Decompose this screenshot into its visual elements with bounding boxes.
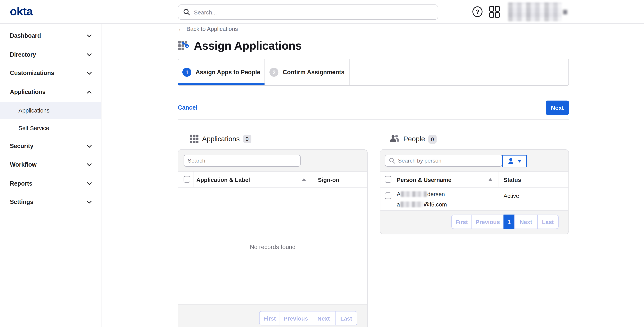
chevron-up-icon	[86, 89, 92, 95]
sidebar-nav: Dashboard Directory Customizations Appli…	[0, 24, 102, 327]
people-page-next[interactable]: Next	[514, 215, 538, 229]
person-username: a@f5.com	[397, 201, 447, 208]
applications-table-header: Application & Label Sign-on	[178, 172, 367, 188]
app-switcher-icon[interactable]	[489, 6, 500, 17]
step-1-badge: 1	[182, 68, 192, 77]
applications-section-header: Applications 0	[190, 135, 251, 143]
redacted-name	[401, 191, 427, 197]
sidebar-subitem-applications[interactable]: Applications	[0, 102, 101, 119]
top-bar: okta ?	[0, 0, 644, 24]
column-person-username[interactable]: Person & Username	[397, 176, 452, 183]
sidebar-item-dashboard[interactable]: Dashboard	[0, 27, 101, 44]
person-icon	[507, 158, 514, 164]
applications-section-label: Applications	[202, 135, 240, 143]
applications-pagination: First Previous Next Last	[259, 311, 358, 326]
divider	[178, 119, 569, 120]
back-arrow-icon: ←	[178, 25, 184, 32]
user-menu[interactable]	[508, 2, 562, 21]
sort-asc-icon	[488, 178, 492, 181]
sidebar-item-security[interactable]: Security	[0, 137, 101, 155]
assign-applications-icon	[178, 40, 190, 52]
chevron-down-icon	[86, 162, 92, 168]
person-name: Adersen	[397, 191, 445, 198]
applications-panel-footer: First Previous Next Last	[178, 304, 367, 327]
chevron-down-icon	[86, 70, 92, 76]
people-section-label: People	[403, 135, 425, 143]
caret-down-icon	[517, 160, 522, 162]
person-status: Active	[504, 192, 519, 199]
people-icon	[390, 135, 400, 144]
people-search-area	[380, 150, 568, 172]
okta-admin-console: okta ? Dashboa	[0, 0, 644, 327]
next-button[interactable]: Next	[546, 101, 569, 115]
wizard-steps: 1 Assign Apps to People 2 Confirm Assign…	[178, 59, 569, 86]
global-search	[178, 4, 438, 20]
person-row: Adersen a@f5.com Active	[380, 188, 568, 211]
applications-count-badge: 0	[243, 135, 251, 143]
people-search-box	[385, 155, 502, 167]
person-row-checkbox[interactable]	[385, 192, 392, 199]
okta-logo[interactable]: okta	[10, 5, 33, 18]
help-icon[interactable]: ?	[472, 6, 483, 17]
cancel-link[interactable]: Cancel	[178, 104, 198, 111]
applications-page-last[interactable]: Last	[335, 311, 357, 326]
search-icon	[183, 8, 190, 16]
sidebar-item-applications[interactable]: Applications	[0, 83, 101, 100]
sidebar-item-directory[interactable]: Directory	[0, 46, 101, 63]
redacted-email	[400, 201, 424, 207]
select-all-people-checkbox[interactable]	[385, 176, 392, 183]
people-pagination: First Previous 1 Next Last	[452, 215, 558, 229]
back-to-applications-link[interactable]: ← Back to Applications	[178, 25, 238, 32]
page-title: Assign Applications	[194, 39, 302, 52]
people-page-last[interactable]: Last	[537, 215, 558, 229]
chevron-down-icon	[86, 181, 92, 187]
sidebar-item-settings[interactable]: Settings	[0, 193, 101, 210]
sidebar-subitem-self-service[interactable]: Self Service	[0, 119, 101, 137]
tab-assign-apps-to-people[interactable]: 1 Assign Apps to People	[178, 59, 265, 85]
no-records-text: No records found	[178, 244, 367, 250]
column-sign-on[interactable]: Sign-on	[318, 176, 339, 183]
applications-grid-icon	[190, 135, 199, 143]
people-page-first[interactable]: First	[452, 215, 472, 229]
global-search-input[interactable]	[194, 9, 433, 15]
applications-page-previous[interactable]: Previous	[280, 311, 312, 326]
sort-asc-icon	[302, 178, 306, 181]
people-table-header: Person & Username Status	[380, 172, 568, 188]
sidebar-item-workflow[interactable]: Workflow	[0, 156, 101, 173]
sidebar-item-reports[interactable]: Reports	[0, 175, 101, 192]
tab-confirm-assignments[interactable]: 2 Confirm Assignments	[265, 59, 350, 85]
applications-page-first[interactable]: First	[259, 311, 280, 326]
people-search-input[interactable]	[398, 158, 498, 164]
applications-table-body: No records found	[178, 188, 367, 305]
applications-search-area	[178, 150, 367, 172]
select-all-applications-checkbox[interactable]	[184, 176, 190, 183]
applications-page-next[interactable]: Next	[312, 311, 336, 326]
chevron-down-icon	[86, 33, 92, 39]
applications-search-box	[184, 155, 301, 167]
chevron-down-icon	[86, 52, 92, 58]
svg-text:?: ?	[475, 8, 479, 15]
people-page-1[interactable]: 1	[504, 215, 515, 229]
applications-search-input[interactable]	[188, 158, 296, 164]
sidebar-item-customizations[interactable]: Customizations	[0, 64, 101, 82]
chevron-down-icon	[86, 199, 92, 205]
user-menu-caret-icon[interactable]	[563, 10, 567, 14]
search-icon	[389, 158, 395, 164]
chevron-down-icon	[86, 143, 92, 149]
column-status[interactable]: Status	[504, 176, 521, 183]
page-title-row: Assign Applications	[178, 39, 302, 52]
applications-panel: Application & Label Sign-on No records f…	[178, 149, 368, 327]
people-section-header: People 0	[390, 135, 436, 144]
people-page-previous[interactable]: Previous	[472, 215, 504, 229]
people-panel-footer: First Previous 1 Next Last	[380, 210, 568, 234]
people-panel: Person & Username Status Adersen a@f5.co…	[380, 149, 569, 234]
people-filter-button[interactable]	[502, 155, 527, 167]
column-application-label[interactable]: Application & Label	[196, 176, 250, 183]
step-2-badge: 2	[270, 68, 278, 77]
people-count-badge: 0	[428, 135, 436, 143]
